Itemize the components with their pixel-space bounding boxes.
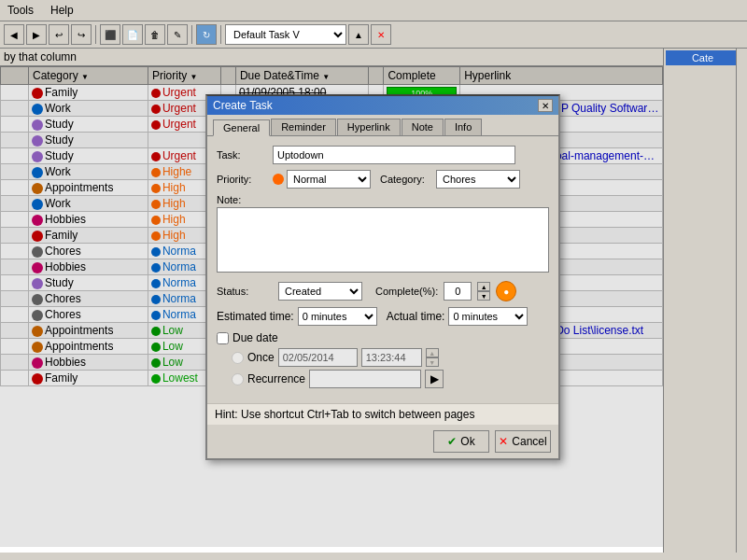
- complete-set-btn[interactable]: ●: [496, 281, 516, 301]
- menu-help[interactable]: Help: [47, 2, 78, 19]
- status-label: Status:: [217, 286, 273, 297]
- tab-info[interactable]: Info: [444, 119, 482, 135]
- actual-label: Actual time:: [387, 310, 445, 323]
- priority-select[interactable]: Normal Lowest Low High Urgent: [287, 170, 371, 189]
- sidebar-header: Cate: [666, 50, 745, 65]
- recurrence-input[interactable]: [309, 370, 421, 388]
- dialog-overlay: Create Task ✕ General Reminder Hyperlink…: [0, 66, 663, 547]
- complete-input[interactable]: [444, 282, 472, 301]
- view-dropdown[interactable]: Default Task V: [225, 24, 346, 45]
- recurrence-row: Recurrence ▶: [232, 370, 549, 388]
- category-select[interactable]: Chores Family Work Study Hobbies Appoint…: [436, 170, 520, 189]
- due-date-label: Due date: [233, 331, 278, 344]
- toolbar-sep-2: [191, 25, 192, 44]
- category-label: Category:: [380, 174, 436, 185]
- create-task-dialog: Create Task ✕ General Reminder Hyperlink…: [205, 94, 560, 460]
- toolbar-btn-new[interactable]: ⬛: [100, 24, 120, 45]
- toolbar-btn-back[interactable]: ◀: [4, 24, 24, 45]
- toolbar-btn-edit[interactable]: ✎: [167, 24, 188, 45]
- tab-general[interactable]: General: [213, 119, 270, 136]
- cancel-label: Cancel: [512, 435, 546, 448]
- filter-bar: by that column: [0, 49, 663, 66]
- toolbar-btn-open[interactable]: 📄: [122, 24, 143, 45]
- time-down-btn[interactable]: ▼: [426, 357, 439, 367]
- toolbar-btn-a[interactable]: ▲: [348, 24, 369, 45]
- toolbar-btn-refresh[interactable]: ↻: [196, 24, 217, 45]
- time-row: Estimated time: 0 minutes 5 minutes 15 m…: [217, 307, 549, 326]
- menu-bar: Tools Help: [0, 0, 747, 21]
- task-row: Task:: [217, 146, 549, 164]
- hint-bar: Hint: Use shortcut Ctrl+Tab to switch be…: [207, 403, 558, 425]
- filter-text: by that column: [4, 50, 77, 63]
- status-select[interactable]: Created In Progress Completed: [278, 282, 362, 301]
- toolbar-sep-1: [95, 25, 96, 44]
- ok-icon: ✔: [447, 435, 457, 448]
- toolbar-sep-3: [220, 25, 221, 44]
- complete-up-btn[interactable]: ▲: [477, 282, 490, 291]
- hint-text: Hint: Use shortcut Ctrl+Tab to switch be…: [215, 408, 474, 421]
- estimated-select[interactable]: 0 minutes 5 minutes 15 minutes: [298, 307, 377, 326]
- time-up-btn[interactable]: ▲: [426, 348, 439, 357]
- priority-category-row: Priority: Normal Lowest Low High Urgent: [217, 170, 549, 189]
- table-container: Category ▼ Priority ▼ Due Date&Time ▼ Co…: [0, 66, 663, 547]
- dialog-content: Task: Priority: Normal Lowest: [207, 136, 558, 403]
- complete-spinner: ▲ ▼: [477, 282, 490, 301]
- main-area: by that column Category ▼ Priority ▼ Due…: [0, 49, 747, 553]
- status-row: Status: Created In Progress Completed Co…: [217, 281, 549, 301]
- ok-button[interactable]: ✔ Ok: [433, 430, 489, 453]
- recurrence-btn[interactable]: ▶: [425, 370, 444, 388]
- complete-down-btn[interactable]: ▼: [477, 291, 490, 301]
- task-input[interactable]: [273, 146, 515, 164]
- actual-select[interactable]: 0 minutes 5 minutes: [448, 307, 528, 326]
- note-textarea[interactable]: [217, 207, 549, 273]
- toolbar: ◀ ▶ ↩ ↪ ⬛ 📄 🗑 ✎ ↻ Default Task V ▲ ✕: [0, 21, 747, 49]
- ok-label: Ok: [460, 435, 474, 448]
- once-date-input[interactable]: [278, 348, 358, 367]
- cancel-icon: ✕: [499, 435, 508, 448]
- recurrence-label: Recurrence: [247, 372, 305, 385]
- button-bar: ✔ Ok ✕ Cancel: [207, 425, 558, 458]
- note-label: Note:: [217, 194, 549, 205]
- toolbar-btn-redo[interactable]: ↪: [71, 24, 92, 45]
- cancel-button[interactable]: ✕ Cancel: [495, 430, 551, 453]
- tab-hyperlink[interactable]: Hyperlink: [337, 119, 401, 135]
- once-label: Once: [247, 351, 275, 364]
- priority-label: Priority:: [217, 174, 273, 185]
- due-date-section: Due date Once ▲ ▼: [217, 331, 549, 388]
- dialog-close-button[interactable]: ✕: [538, 99, 553, 112]
- toolbar-btn-undo[interactable]: ↩: [49, 24, 69, 45]
- right-sidebar: Cate C D St Tu D Di Filter Cu: [663, 49, 747, 553]
- due-date-checkbox[interactable]: [217, 332, 229, 344]
- toolbar-btn-forward[interactable]: ▶: [26, 24, 47, 45]
- tab-reminder[interactable]: Reminder: [271, 119, 336, 135]
- priority-dot-icon: [273, 174, 284, 185]
- task-label: Task:: [217, 149, 273, 161]
- due-date-checkbox-row: Due date: [217, 331, 549, 344]
- dialog-title: Create Task: [213, 99, 273, 112]
- recurrence-radio[interactable]: [232, 373, 244, 385]
- once-radio[interactable]: [232, 352, 244, 364]
- dialog-title-bar: Create Task ✕: [207, 96, 558, 115]
- toolbar-btn-x[interactable]: ✕: [371, 24, 391, 45]
- note-section: Note:: [217, 194, 549, 275]
- sidebar-scrollbar[interactable]: [736, 49, 747, 553]
- once-time-input[interactable]: [361, 348, 422, 367]
- tab-note[interactable]: Note: [402, 119, 444, 135]
- date-options: Once ▲ ▼ Recu: [217, 348, 549, 388]
- left-panel: by that column Category ▼ Priority ▼ Due…: [0, 49, 663, 553]
- once-row: Once ▲ ▼: [232, 348, 549, 367]
- dialog-tab-bar: General Reminder Hyperlink Note Info: [207, 115, 558, 136]
- complete-label: Complete(%):: [375, 286, 438, 297]
- menu-tools[interactable]: Tools: [4, 2, 37, 19]
- time-spinner: ▲ ▼: [426, 348, 439, 367]
- toolbar-btn-delete[interactable]: 🗑: [145, 24, 165, 45]
- sidebar-content: Cate C D St Tu D Di Filter Cu: [664, 49, 747, 553]
- estimated-label: Estimated time:: [217, 310, 294, 323]
